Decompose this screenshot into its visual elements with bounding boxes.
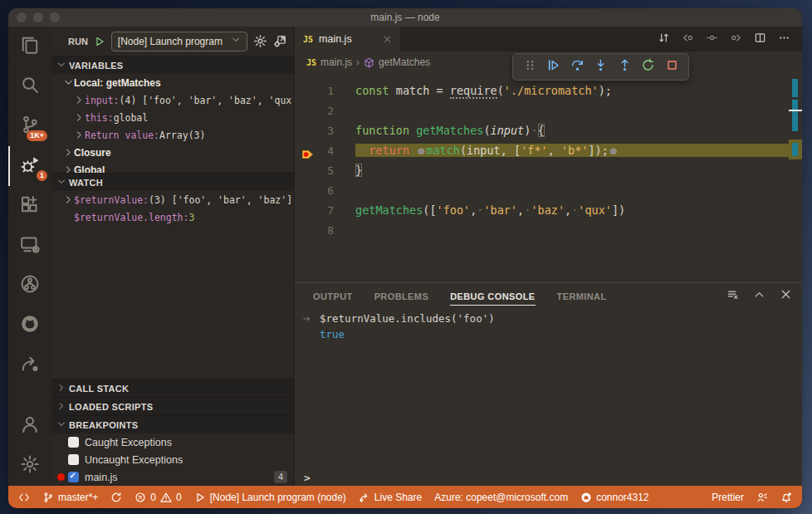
activity-item-remote-explorer[interactable] [8,226,51,266]
maximize-panel-button[interactable] [753,288,766,304]
activity-item-explorer[interactable] [8,27,51,66]
gutter[interactable]: 6 [295,184,355,197]
gutter[interactable]: 8 [295,224,355,237]
breakpoint-row[interactable]: main.js4 [51,468,294,486]
gutter[interactable]: 5 [295,164,355,177]
activity-item-run-and-debug[interactable]: 1 [8,146,51,186]
line-number: 6 [327,184,334,197]
step-over-button[interactable] [570,58,585,76]
status-item-live-share[interactable]: Live Share [359,492,422,503]
loaded-scripts-section-header[interactable]: LOADED SCRIPTS [51,397,294,415]
breakpoint-row[interactable]: Caught Exceptions [51,433,294,451]
gutter[interactable]: 2 [295,105,355,117]
step-back-button[interactable] [682,32,694,47]
panel-tab-terminal[interactable]: TERMINAL [557,286,607,306]
clear-console-button[interactable] [726,288,739,304]
activity-item-search[interactable] [8,66,51,106]
minimize-window-button[interactable] [33,12,43,22]
restart-button[interactable] [641,58,655,76]
tree-row[interactable]: Global [51,161,294,173]
stop-button[interactable] [665,58,679,76]
breakpoint-checkbox[interactable] [68,472,79,482]
debug-console-input[interactable]: > [295,469,802,486]
activity-item-source-control[interactable]: 1K+ [8,106,51,146]
split-editor-button[interactable] [754,32,766,47]
overview-ruler[interactable] [789,73,802,282]
activity-item-extensions[interactable] [8,186,51,226]
step-out-button[interactable] [618,58,632,76]
variables-section-header[interactable]: VARIABLES [51,56,294,74]
tree-row[interactable]: this: global [51,109,294,126]
chevron-down-icon [231,35,241,47]
code-editor[interactable]: 1const match = require('./micromatch');2… [295,73,802,282]
continue-button[interactable] [546,58,560,76]
status-item-git-branch[interactable]: master*+ [42,492,98,503]
status-item-notifications[interactable] [780,492,792,503]
breadcrumb-symbol[interactable]: getMatches [379,56,430,68]
console-prompt-chevron: > [295,472,311,484]
breadcrumb-file[interactable]: main.js [320,56,352,68]
code-line-3[interactable]: 3function getMatches(input)·{ [295,120,802,140]
status-item-remote-indicator[interactable] [18,492,30,503]
status-item-problems[interactable]: 00 [135,492,181,503]
breakpoint-row[interactable]: Uncaught Exceptions [51,451,294,468]
code-line-4[interactable]: 4··return·●match(input,·['f*',·'b*']);● [295,140,802,160]
activity-item-settings[interactable] [8,446,51,486]
panel-tab-debug-console[interactable]: DEBUG CONSOLE [450,286,535,306]
gutter[interactable]: 7 [295,204,355,217]
tab-close-icon[interactable] [383,35,392,44]
status-item-debug-launch[interactable]: [Node] Launch program (node) [194,492,346,503]
tree-row[interactable]: Closure [51,144,294,161]
launch-config-dropdown[interactable]: [Node] Launch program [111,32,247,51]
call-stack-section-header[interactable]: CALL STACK [51,379,294,397]
status-item-azure-account[interactable]: Azure: copeet@microsoft.com [434,492,568,503]
tree-row[interactable]: $returnValue: (3) ['foo', 'bar', 'baz'] [51,191,294,208]
activity-item-github[interactable] [8,306,51,345]
activity-item-azure-pipelines[interactable] [8,266,51,306]
tree-row[interactable]: Local: getMatches [51,74,294,91]
status-item-github-account[interactable]: connor4312 [580,492,648,503]
code-line-2[interactable]: 2 [295,100,802,120]
panel-tab-output[interactable]: OUTPUT [313,286,353,306]
status-item-prettier[interactable]: Prettier [712,492,744,503]
breakpoint-checkbox[interactable] [68,454,79,465]
status-item-sync-changes[interactable] [110,492,122,503]
gutter[interactable]: 3 [295,125,355,137]
code-line-7[interactable]: 7getMatches(['foo',·'bar',·'baz',·'qux']… [295,200,802,220]
tree-row[interactable]: Return value: Array(3) [51,126,294,144]
code-line-6[interactable]: 6 [295,180,802,200]
drag-grip-button[interactable] [523,58,537,76]
activity-item-live-share[interactable] [8,345,51,385]
close-window-button[interactable] [17,12,27,22]
activity-bar: 1K+1 [8,27,51,486]
code-line-1[interactable]: 1const match = require('./micromatch'); [295,81,802,100]
breakpoint-checkbox[interactable] [68,437,79,448]
watch-section-header[interactable]: WATCH [51,173,294,191]
code-line-8[interactable]: 8 [295,220,802,240]
reverse-continue-button[interactable] [706,32,718,47]
gutter[interactable]: 1 [295,85,355,97]
zoom-window-button[interactable] [50,12,60,22]
panel-tab-problems[interactable]: PROBLEMS [374,286,429,306]
compare-icon [658,32,670,47]
activity-item-accounts[interactable] [8,406,51,446]
tree-row[interactable]: input: (4) ['foo', 'bar', 'baz', 'qux'] [51,91,294,109]
status-item-feedback[interactable] [756,492,768,503]
debug-console-output[interactable]: $returnValue.includes('foo')true [295,308,802,469]
code-line-5[interactable]: 5} [295,160,802,180]
step-forward-button[interactable] [730,32,742,47]
more-actions-button[interactable] [778,32,790,47]
title-bar[interactable]: main.js — node [8,8,802,27]
tab-main-js[interactable]: JS main.js [295,27,400,51]
panel-actions [726,288,792,304]
open-debug-console-icon[interactable] [273,34,287,48]
breakpoints-section-header[interactable]: BREAKPOINTS [51,415,294,433]
step-into-button[interactable] [594,58,608,76]
start-debug-icon[interactable] [94,36,105,47]
configure-gear-icon[interactable] [253,34,267,48]
open-changes-button[interactable] [658,32,670,47]
close-panel-button[interactable] [780,288,792,304]
debug-sidebar: RUN [Node] Launch program VARIABLES Loca… [51,27,295,486]
tree-row[interactable]: $returnValue.length: 3 [51,208,294,226]
gutter[interactable]: 4 [295,144,355,157]
